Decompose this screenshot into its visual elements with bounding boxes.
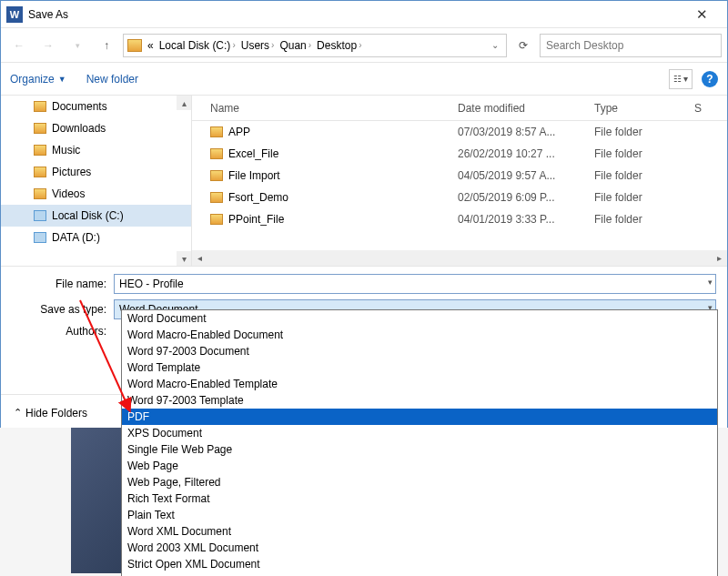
file-row[interactable]: PPoint_File04/01/2019 3:33 P...File fold… bbox=[192, 208, 727, 230]
file-row[interactable]: File Import04/05/2019 9:57 A...File fold… bbox=[192, 165, 727, 187]
folder-icon bbox=[210, 126, 223, 137]
nav-scroll-up[interactable]: ▴ bbox=[177, 96, 191, 110]
breadcrumb-bar[interactable]: « Local Disk (C:)›Users›Quan›Desktop› ⌄ bbox=[123, 34, 507, 57]
folder-icon bbox=[210, 170, 223, 181]
close-button[interactable]: ✕ bbox=[683, 2, 720, 27]
save-type-option[interactable]: Word Template bbox=[122, 359, 717, 376]
folder-icon bbox=[210, 214, 223, 225]
save-type-option[interactable]: Word Document bbox=[122, 310, 717, 327]
file-name: File Import bbox=[228, 169, 458, 182]
file-row[interactable]: APP07/03/2019 8:57 A...File folder bbox=[192, 121, 727, 143]
save-type-dropdown-list[interactable]: Word DocumentWord Macro-Enabled Document… bbox=[121, 309, 718, 576]
scroll-right-button[interactable]: ▸ bbox=[712, 250, 727, 266]
disk-icon bbox=[34, 210, 46, 221]
file-type: File folder bbox=[594, 147, 694, 160]
breadcrumb-item[interactable]: Local Disk (C:)› bbox=[157, 39, 239, 52]
organize-button[interactable]: Organize▼ bbox=[10, 73, 66, 86]
save-type-option[interactable]: Strict Open XML Document bbox=[122, 556, 717, 572]
save-type-option[interactable]: Web Page bbox=[122, 458, 717, 474]
nav-tree-item[interactable]: Pictures bbox=[1, 161, 191, 183]
recent-locations-button[interactable]: ▾ bbox=[65, 33, 90, 58]
column-size[interactable]: S bbox=[694, 102, 702, 115]
explorer-panes: ▴ DocumentsDownloadsMusicPicturesVideosL… bbox=[1, 96, 727, 267]
save-type-label: Save as type: bbox=[12, 303, 114, 316]
nav-tree-item[interactable]: Downloads bbox=[1, 117, 191, 139]
column-name[interactable]: Name bbox=[210, 102, 458, 115]
file-list-pane[interactable]: Name Date modified Type S APP07/03/2019 … bbox=[192, 96, 727, 266]
search-placeholder: Search Desktop bbox=[546, 39, 623, 52]
refresh-button[interactable]: ⟳ bbox=[511, 33, 536, 58]
window-title: Save As bbox=[28, 8, 68, 21]
file-name: Fsort_Demo bbox=[228, 191, 458, 204]
folder-icon bbox=[34, 123, 46, 134]
save-type-option[interactable]: Word Macro-Enabled Template bbox=[122, 376, 717, 392]
breadcrumb-overflow[interactable]: « bbox=[146, 39, 156, 52]
file-type: File folder bbox=[594, 213, 694, 226]
save-type-option[interactable]: Word 2003 XML Document bbox=[122, 540, 717, 556]
search-input[interactable]: Search Desktop bbox=[540, 34, 722, 57]
folder-icon bbox=[34, 167, 46, 177]
file-row[interactable]: Excel_File26/02/2019 10:27 ...File folde… bbox=[192, 143, 727, 165]
folder-icon bbox=[210, 148, 223, 159]
folder-icon bbox=[210, 192, 223, 203]
file-date: 02/05/2019 6:09 P... bbox=[458, 191, 594, 204]
nav-tree-label: DATA (D:) bbox=[52, 231, 100, 244]
nav-tree-item[interactable]: Documents bbox=[1, 96, 191, 117]
save-type-option[interactable]: Word 97-2003 Template bbox=[122, 392, 717, 409]
file-type: File folder bbox=[594, 169, 694, 182]
column-type[interactable]: Type bbox=[594, 102, 694, 115]
breadcrumb-item[interactable]: Desktop› bbox=[315, 39, 365, 52]
save-type-option[interactable]: Rich Text Format bbox=[122, 490, 717, 507]
new-folder-button[interactable]: New folder bbox=[86, 73, 138, 86]
folder-icon bbox=[34, 145, 46, 156]
filename-dropdown-icon[interactable]: ▾ bbox=[708, 278, 713, 287]
view-options-button[interactable]: ☷ ▾ bbox=[669, 69, 693, 89]
nav-tree-label: Documents bbox=[52, 100, 107, 113]
word-app-icon: W bbox=[6, 6, 23, 23]
file-date: 04/01/2019 3:33 P... bbox=[458, 213, 594, 226]
horizontal-scrollbar[interactable]: ◂ ▸ bbox=[192, 250, 727, 266]
breadcrumb-item[interactable]: Quan› bbox=[278, 39, 315, 52]
address-bar-row: ← → ▾ ↑ « Local Disk (C:)›Users›Quan›Des… bbox=[1, 28, 727, 63]
help-button[interactable]: ? bbox=[702, 71, 718, 87]
nav-tree-label: Videos bbox=[52, 187, 85, 200]
nav-tree-label: Music bbox=[52, 144, 80, 157]
file-date: 04/05/2019 9:57 A... bbox=[458, 169, 594, 182]
save-type-option[interactable]: PDF bbox=[122, 409, 717, 425]
forward-button[interactable]: → bbox=[35, 33, 61, 58]
titlebar: W Save As ✕ bbox=[1, 1, 727, 28]
navigation-pane[interactable]: ▴ DocumentsDownloadsMusicPicturesVideosL… bbox=[1, 96, 192, 266]
file-row[interactable]: Fsort_Demo02/05/2019 6:09 P...File folde… bbox=[192, 187, 727, 208]
save-type-option[interactable]: Word XML Document bbox=[122, 523, 717, 540]
nav-tree-label: Downloads bbox=[52, 122, 106, 135]
nav-tree-item[interactable]: Videos bbox=[1, 183, 191, 205]
save-type-option[interactable]: Web Page, Filtered bbox=[122, 474, 717, 490]
file-date: 07/03/2019 8:57 A... bbox=[458, 126, 594, 138]
location-icon bbox=[127, 39, 142, 52]
save-type-option[interactable]: OpenDocument Text bbox=[122, 572, 717, 576]
save-type-option[interactable]: Single File Web Page bbox=[122, 441, 717, 458]
breadcrumb-dropdown[interactable]: ⌄ bbox=[488, 40, 502, 50]
file-name: Excel_File bbox=[228, 147, 458, 160]
nav-tree-item[interactable]: Local Disk (C:) bbox=[1, 205, 191, 227]
save-type-option[interactable]: Word Macro-Enabled Document bbox=[122, 327, 717, 343]
chevron-up-icon: ⌃ bbox=[14, 407, 22, 419]
save-type-option[interactable]: Word 97-2003 Document bbox=[122, 343, 717, 359]
breadcrumb-item[interactable]: Users› bbox=[239, 39, 278, 52]
save-type-option[interactable]: Plain Text bbox=[122, 507, 717, 523]
up-button[interactable]: ↑ bbox=[94, 33, 119, 58]
nav-scroll-down[interactable]: ▾ bbox=[177, 251, 191, 266]
back-button[interactable]: ← bbox=[6, 33, 32, 58]
nav-tree-item[interactable]: DATA (D:) bbox=[1, 227, 191, 248]
save-type-option[interactable]: XPS Document bbox=[122, 425, 717, 441]
column-date[interactable]: Date modified bbox=[458, 102, 594, 115]
scroll-left-button[interactable]: ◂ bbox=[192, 250, 207, 266]
column-headers[interactable]: Name Date modified Type S bbox=[192, 96, 727, 121]
nav-tree-item[interactable]: Music bbox=[1, 139, 191, 161]
filename-input[interactable]: HEO - Profile ▾ bbox=[114, 274, 716, 294]
file-type: File folder bbox=[594, 191, 694, 204]
disk-icon bbox=[34, 232, 46, 243]
file-date: 26/02/2019 10:27 ... bbox=[458, 147, 594, 160]
file-name: PPoint_File bbox=[228, 213, 458, 226]
file-type: File folder bbox=[594, 126, 694, 138]
